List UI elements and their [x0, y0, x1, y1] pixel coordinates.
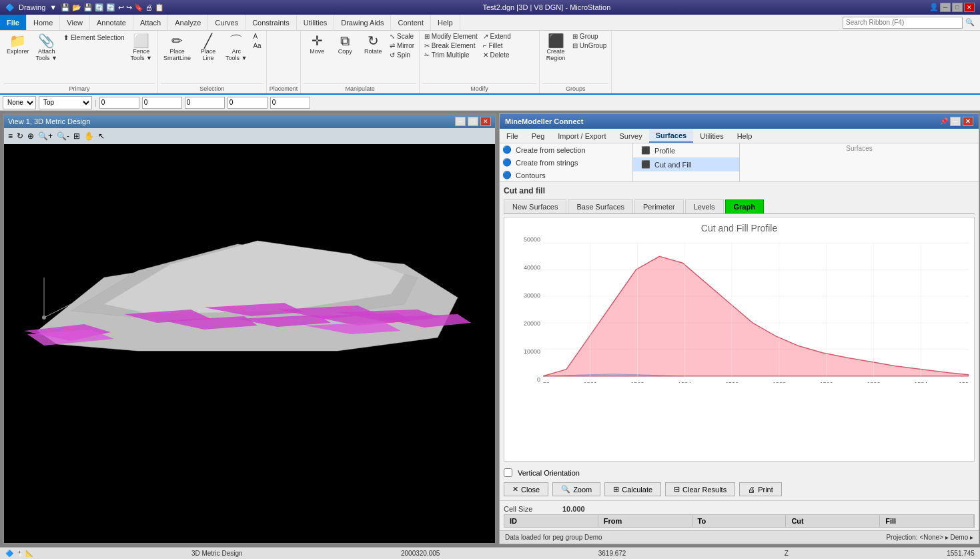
tab-drawing-aids[interactable]: Drawing Aids — [334, 15, 391, 30]
close-button[interactable]: ✕ Close — [504, 482, 548, 496]
cell-size-row: Cell Size 10.000 — [504, 504, 975, 514]
vp-btn-menu[interactable]: ≡ — [7, 131, 14, 141]
delete-btn[interactable]: ✕ Delete — [481, 51, 513, 59]
chart-title: Cut and Fill Profile — [510, 223, 969, 233]
tab-view[interactable]: View — [60, 15, 90, 30]
tab-file[interactable]: File — [0, 15, 27, 30]
menu-import-export[interactable]: Import / Export — [551, 130, 612, 142]
view-select[interactable]: Top — [39, 96, 92, 109]
viewport-maximize[interactable]: □ — [468, 117, 478, 126]
menu-surfaces[interactable]: Surfaces — [649, 129, 693, 143]
panel-close[interactable]: ✕ — [963, 117, 973, 126]
ungroup-btn[interactable]: ⊟ UnGroup — [570, 41, 608, 50]
tab-annotate[interactable]: Annotate — [90, 15, 133, 30]
viewport-close[interactable]: ✕ — [480, 117, 491, 126]
place-line-btn[interactable]: ╱ PlaceLine — [195, 32, 221, 64]
move-btn[interactable]: ✛ Move — [304, 32, 330, 57]
place-smartline-btn[interactable]: ✏ PlaceSmartLine — [161, 32, 193, 64]
tab-constraints[interactable]: Constraints — [246, 15, 297, 30]
menu-file[interactable]: File — [500, 130, 525, 142]
copy-btn[interactable]: ⧉ Copy — [332, 32, 358, 57]
coord-w[interactable] — [227, 97, 268, 109]
text-btn[interactable]: A — [251, 32, 263, 41]
coord-r[interactable] — [270, 97, 310, 109]
element-selection-label: Element Selection — [71, 34, 125, 41]
create-from-strings-item[interactable]: 🔵 Create from strings — [500, 156, 632, 169]
explorer-btn[interactable]: 📁 Explorer — [4, 32, 32, 57]
tab-attach[interactable]: Attach — [133, 15, 168, 30]
modify-element-btn[interactable]: ⊞ Modify Element — [422, 32, 480, 41]
primary-group-label: Primary — [4, 83, 155, 93]
vp-btn-pan[interactable]: ✋ — [83, 131, 95, 141]
coord-y[interactable] — [142, 97, 182, 109]
search-icon[interactable]: 🔍 — [965, 18, 975, 27]
fence-tools-btn[interactable]: ⬜ FenceTools ▼ — [128, 32, 155, 64]
tab-new-surfaces[interactable]: New Surfaces — [504, 199, 566, 213]
selection-group-label: Selection — [161, 83, 264, 93]
scale-btn[interactable]: ⤡ Scale — [388, 32, 416, 41]
trim-multiple-btn[interactable]: ✁ Trim Multiple — [422, 51, 480, 59]
tab-home[interactable]: Home — [27, 15, 60, 30]
rotate-btn[interactable]: ↻ Rotate — [360, 32, 386, 57]
viewport-minimize[interactable]: ─ — [455, 117, 466, 126]
tab-perimeter[interactable]: Perimeter — [634, 199, 684, 213]
clear-icon: ⊟ — [674, 485, 680, 494]
tab-curves[interactable]: Curves — [208, 15, 246, 30]
menu-utilities[interactable]: Utilities — [693, 130, 730, 142]
tab-graph[interactable]: Graph — [725, 199, 764, 213]
clear-results-button[interactable]: ⊟ Clear Results — [665, 482, 735, 496]
vp-btn-zoom-out[interactable]: 🔍- — [55, 131, 71, 141]
cut-fill-item[interactable]: ⬛ Cut and Fill — [633, 157, 739, 171]
menu-survey[interactable]: Survey — [612, 130, 648, 142]
fillet-btn[interactable]: ⌐ Fillet — [481, 41, 513, 50]
ribbon-group-groups-content: ⬛ CreateRegion ⊞ Group ⊟ UnGroup — [542, 32, 608, 83]
vertical-orientation-label[interactable]: Vertical Orientation — [518, 469, 580, 477]
profile-item[interactable]: ⬛ Profile — [633, 143, 739, 157]
tab-analyze[interactable]: Analyze — [168, 15, 208, 30]
panel-minimize[interactable]: ─ — [950, 117, 961, 126]
vertical-orientation-checkbox[interactable] — [504, 468, 512, 477]
extend-btn[interactable]: ↗ Extend — [481, 32, 513, 41]
search-input[interactable] — [843, 17, 963, 29]
coord-x[interactable] — [99, 97, 139, 109]
aa-btn[interactable]: Aa — [251, 41, 263, 50]
print-button[interactable]: 🖨 Print — [739, 482, 782, 496]
spin-btn[interactable]: ↺ Spin — [388, 51, 416, 59]
level-select[interactable]: None — [3, 96, 36, 109]
mirror-btn[interactable]: ⇌ Mirror — [388, 41, 416, 50]
coord-z[interactable] — [185, 97, 225, 109]
col-id: ID — [504, 515, 598, 527]
arc-tools-btn[interactable]: ⌒ ArcTools ▼ — [223, 32, 250, 64]
tab-content[interactable]: Content — [391, 15, 431, 30]
vp-btn-zoom-in[interactable]: 🔍+ — [37, 131, 54, 141]
vp-btn-3d[interactable]: ⊕ — [26, 131, 35, 141]
calculate-button[interactable]: ⊞ Calculate — [604, 482, 661, 496]
menu-help[interactable]: Help — [730, 130, 759, 142]
group-btn[interactable]: ⊞ Group — [570, 32, 608, 41]
mine-status-left: Data loaded for peg group Demo — [505, 534, 602, 541]
vp-btn-rotate[interactable]: ↻ — [15, 131, 25, 141]
vp-btn-select[interactable]: ↖ — [97, 131, 106, 141]
close-btn[interactable]: ✕ — [964, 3, 975, 12]
tab-base-surfaces[interactable]: Base Surfaces — [568, 199, 633, 213]
svg-text:1586: 1586 — [725, 381, 739, 383]
dropdown-arrow[interactable]: ▼ — [49, 3, 57, 11]
menu-peg[interactable]: Peg — [525, 130, 552, 142]
create-region-btn[interactable]: ⬛ CreateRegion — [542, 32, 569, 64]
contours-item[interactable]: 🔵 Contours — [500, 169, 632, 181]
break-element-btn[interactable]: ✂ Break Element — [422, 41, 480, 50]
tab-utilities[interactable]: Utilities — [297, 15, 334, 30]
svg-text:1594: 1594 — [914, 381, 927, 383]
restore-btn[interactable]: □ — [952, 3, 963, 12]
window-controls: 👤 ─ □ ✕ — [929, 3, 975, 12]
tab-levels[interactable]: Levels — [685, 199, 724, 213]
panel-pin[interactable]: 📌 — [940, 117, 948, 125]
element-selection-btn[interactable]: ⬆ Element Selection — [61, 33, 127, 42]
attach-tools-btn[interactable]: 📎 AttachTools ▼ — [33, 32, 60, 64]
vp-btn-fit[interactable]: ⊞ — [72, 131, 81, 141]
create-from-selection-item[interactable]: 🔵 Create from selection — [500, 143, 632, 156]
zoom-button[interactable]: 🔍 Zoom — [552, 482, 600, 496]
cut-fill-tabs: New Surfaces Base Surfaces Perimeter Lev… — [504, 199, 975, 214]
tab-help[interactable]: Help — [431, 15, 460, 30]
minimize-btn[interactable]: ─ — [940, 3, 951, 12]
